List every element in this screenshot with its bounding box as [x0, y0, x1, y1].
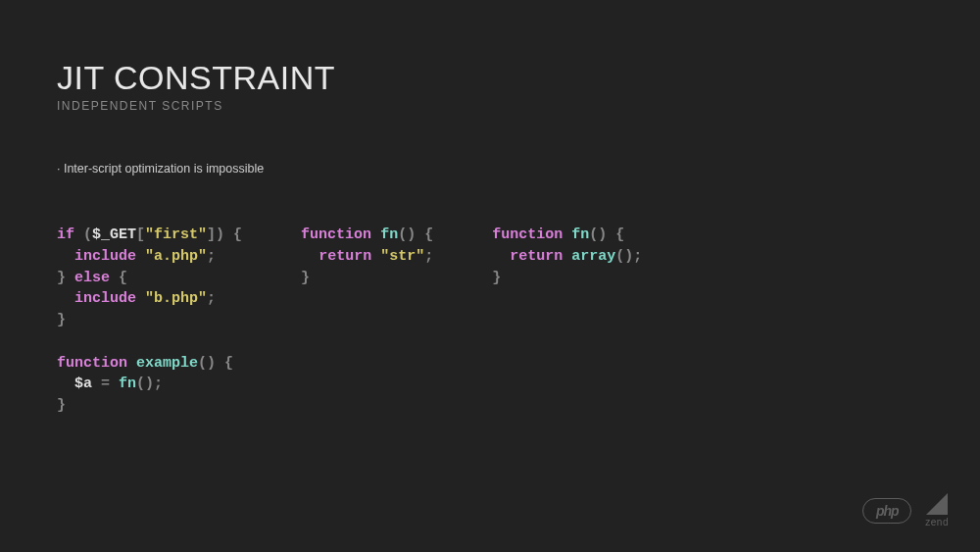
zend-text: zend: [925, 517, 949, 527]
zend-slash-icon: [926, 493, 948, 515]
slide-subtitle: INDEPENDENT SCRIPTS: [57, 99, 923, 113]
slide-content: JIT CONSTRAINT INDEPENDENT SCRIPTS · Int…: [0, 0, 980, 417]
code-col-3: function fn() { return array(); }: [492, 225, 642, 417]
code-col-1: if ($_GET["first"]) { include "a.php"; }…: [57, 225, 242, 417]
zend-logo-icon: zend: [925, 493, 949, 527]
bullet-point: · Inter-script optimization is impossibl…: [57, 162, 923, 176]
code-col-2: function fn() { return "str"; }: [301, 225, 433, 417]
slide-title: JIT CONSTRAINT: [57, 59, 923, 97]
footer-logos: php zend: [862, 493, 949, 527]
php-logo-icon: php: [862, 498, 911, 524]
code-row: if ($_GET["first"]) { include "a.php"; }…: [57, 225, 923, 417]
